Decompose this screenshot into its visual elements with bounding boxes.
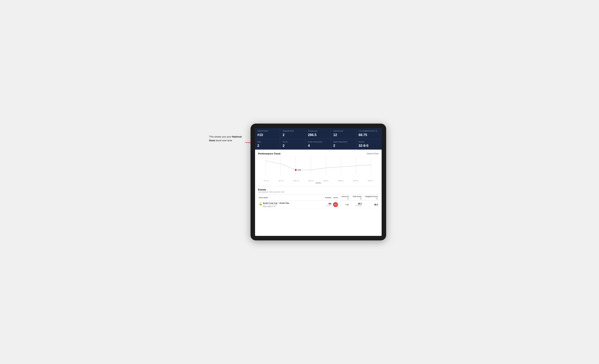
performance-label: National Rank [367,153,379,155]
stat-national-rank-label: National Rank [257,130,278,132]
x-label-may24: MAY 24 [363,180,378,182]
event-date: Oct 9 – Oct 10, 2023 [263,204,289,206]
x-label-mar24: MAR 24 [333,180,348,182]
performance-chart: #10 [258,157,379,179]
col-event-name: Event Name [258,195,324,200]
events-title: Events [258,188,379,191]
stat-scoring-avg: Scoring Avg. 286.5 [306,128,331,139]
stat-avg-weighted-points: Avg. Weighted Points i 68.75 [356,128,382,139]
stats-header-row2: Wins 2 Top 3s 2 Stroke Play Events 4 Mat… [255,139,382,150]
rank-impact: Rank Impact: 3 ▼ [263,206,289,207]
events-table-header: Event Name Position Score Event SG i Tot… [258,195,379,200]
position-value: 6th [325,203,332,205]
total-points-info-icon: i [360,198,362,200]
stat-regional-rank-value: 2 [282,133,303,137]
stat-total-rounds-value: 12 [333,133,354,137]
stat-top3s-value: 2 [282,144,303,148]
stat-avg-weighted-points-label: Avg. Weighted Points i [359,130,379,132]
score-badge: -22 [333,202,338,207]
col-position: Position [324,195,332,200]
stat-top3s-label: Top 3s [282,141,303,143]
svg-text:#10: #10 [298,169,301,171]
weighted-points-value: 28.3 [362,200,379,209]
chart-svg: #10 [258,157,379,179]
performance-trend-section: Performance Trend National Rank [255,150,382,186]
stat-stroke-play-events: Stroke Play Events 4 [306,139,331,150]
stats-header-row1: National Rank #10 Regional Rank 2 Scorin… [255,128,382,139]
event-name-cell: ⛳ Buster Cozy Cup – Stroke Play Oct 9 – … [258,200,324,209]
event-type-icon: ⛳ [259,202,262,205]
stat-regional-rank-label: Regional Rank [282,130,303,132]
rank-impact-arrow: ▼ [273,206,275,207]
x-label-nov23: NOV 23 [274,180,289,182]
position-sub: out of 7 [325,205,332,206]
total-points-value: 28.3 [350,203,362,205]
weighted-points-info-icon: i [376,198,378,200]
col-weighted-points: Weighted Points i [362,195,379,200]
event-sg-info-icon: i [347,198,349,200]
stat-avg-weighted-points-value: 68.75 [359,133,379,137]
stat-regional-rank: Regional Rank 2 [280,128,306,139]
annotation-text: This shows you your National Rank trend … [209,135,242,142]
event-sg-value: 0.45 [339,200,350,209]
x-label-jan24: JAN 24 [303,180,318,182]
stat-scoring-avg-value: 286.5 [308,133,328,137]
performance-header: Performance Trend National Rank [258,152,379,155]
stat-wins-value: 2 [257,144,278,148]
info-icon: i [376,130,377,132]
x-label-apr24: APR 24 [348,180,363,182]
events-last-updated: Last updated: 24th November 2023 [258,191,379,193]
stat-wins: Wins 2 [255,139,280,150]
stat-total-rounds: Total Rounds 12 [331,128,356,139]
stat-stroke-play-label: Stroke Play Events [308,141,328,143]
tablet-screen: National Rank #10 Regional Rank 2 Scorin… [255,128,382,236]
events-section: Events Last updated: 24th November 2023 … [255,186,382,209]
event-position: 6th out of 7 [324,200,332,209]
stat-top3s: Top 3s 2 [280,139,306,150]
events-table: Event Name Position Score Event SG i Tot… [258,195,379,209]
x-label-oct23: OCT 23 [259,180,274,182]
stat-national-rank: National Rank #10 [255,128,280,139]
annotation: This shows you your National Rank trend … [209,135,247,142]
scene: This shows you your National Rank trend … [209,124,390,240]
chart-x-axis-title: Months [258,182,379,184]
stat-record-label: Record [359,141,379,143]
chart-x-labels: OCT 23 NOV 23 DEC 23 JAN 24 FEB 24 MAR 2… [258,180,379,182]
col-event-sg: Event SG i [339,195,350,200]
x-label-dec23: DEC 23 [289,180,303,182]
stat-record-value: 32-8-0 [359,144,379,148]
stat-scoring-avg-label: Scoring Avg. [308,130,328,132]
stat-match-play-value: 2 [333,144,354,148]
stat-match-play-events: Match Play Events 2 [331,139,356,150]
performance-title: Performance Trend [258,152,281,155]
tablet-device: National Rank #10 Regional Rank 2 Scorin… [251,124,386,240]
col-score: Score [332,195,339,200]
stat-total-rounds-label: Total Rounds [333,130,354,132]
event-name-main: Buster Cozy Cup – Stroke Play [263,202,289,204]
table-row: ⛳ Buster Cozy Cup – Stroke Play Oct 9 – … [258,200,379,209]
x-label-feb24: FEB 24 [318,180,333,182]
event-total-points: 28.3 3 Rounds [350,200,362,209]
stat-match-play-label: Match Play Events [333,141,354,143]
total-rounds-value: 3 Rounds [350,205,362,206]
col-total-points: Total Points i [350,195,362,200]
stat-national-rank-value: #10 [257,133,278,137]
chart-datapoint [295,169,297,171]
event-score: -22 [332,200,339,209]
stat-stroke-play-value: 4 [308,144,328,148]
stat-wins-label: Wins [257,141,278,143]
stat-record: Record 32-8-0 [356,139,382,150]
